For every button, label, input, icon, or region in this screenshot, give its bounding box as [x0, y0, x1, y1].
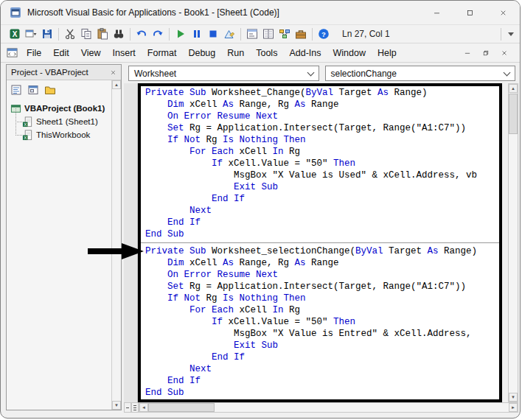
code-line-22[interactable]: Exit Sub — [145, 340, 499, 351]
save-icon[interactable] — [40, 27, 55, 41]
code-line-12[interactable]: End If — [145, 217, 499, 228]
menubar-items: FileEditViewInsertFormatDebugRunToolsAdd… — [21, 46, 403, 60]
view-microsoft-excel-icon[interactable]: X — [7, 27, 22, 41]
menu-item-run[interactable]: Run — [221, 46, 250, 60]
code-line-18[interactable]: If Not Rg Is Nothing Then — [145, 293, 499, 304]
code-line-2[interactable]: Dim xCell As Range, Rg As Range — [145, 99, 499, 111]
code-line-26[interactable]: End Sub — [145, 387, 499, 399]
annotation-arrow — [88, 242, 144, 260]
find-icon[interactable] — [111, 27, 126, 41]
menubar: FileEditViewInsertFormatDebugRunToolsAdd… — [1, 43, 520, 63]
tree-item-sheet1-sheet1-[interactable]: XSheet1 (Sheet1) — [9, 115, 111, 128]
design-mode-icon[interactable] — [222, 27, 237, 41]
procedure-view-button[interactable] — [124, 402, 131, 413]
insert-userform-icon[interactable] — [24, 27, 38, 41]
toolbar-separator — [58, 28, 59, 41]
project-explorer-icon[interactable] — [245, 27, 260, 41]
project-panel-close-button[interactable] — [107, 66, 119, 78]
code-line-16[interactable]: On Error Resume Next — [145, 269, 499, 281]
tree-item-vbaproject-book1-[interactable]: VBAProject (Book1) — [9, 102, 111, 115]
minimize-button[interactable] — [420, 1, 453, 24]
toolbox-icon[interactable] — [293, 27, 308, 41]
help-icon[interactable]: ? — [316, 27, 331, 41]
code-line-23[interactable]: End If — [145, 351, 499, 363]
scroll-up-arrow-icon[interactable] — [112, 80, 121, 89]
menu-item-file[interactable]: File — [21, 46, 47, 60]
code-line-6[interactable]: For Each xCell In Rg — [145, 146, 499, 158]
code-line-25[interactable]: End If — [145, 375, 499, 387]
code-horizontal-scrollbar[interactable] — [139, 402, 518, 413]
scroll-right-arrow-icon[interactable] — [509, 403, 518, 412]
menu-item-edit[interactable]: Edit — [47, 46, 75, 60]
menu-item-debug[interactable]: Debug — [182, 46, 221, 60]
code-line-8[interactable]: MsgBox "X Value is Used" & xCell.Address… — [145, 169, 499, 181]
scroll-down-arrow-icon[interactable] — [112, 401, 121, 410]
code-line-19[interactable]: For Each xCell In Rg — [145, 304, 499, 316]
code-line-3[interactable]: On Error Resume Next — [145, 111, 499, 122]
menu-item-insert[interactable]: Insert — [107, 46, 142, 60]
caption-buttons — [420, 1, 520, 24]
break-icon[interactable] — [189, 27, 204, 41]
reset-icon[interactable] — [206, 27, 220, 41]
properties-window-icon[interactable] — [261, 27, 276, 41]
scroll-down-arrow-icon[interactable] — [509, 393, 518, 402]
toolbar-separator — [501, 28, 501, 41]
svg-text:X: X — [24, 134, 27, 139]
scroll-left-arrow-icon[interactable] — [139, 403, 148, 412]
view-object-icon[interactable] — [26, 83, 41, 97]
horizontal-scroll-track[interactable] — [148, 403, 509, 412]
cut-icon[interactable] — [63, 27, 77, 41]
code-vertical-scrollbar[interactable] — [508, 83, 518, 402]
code-line-21[interactable]: MsgBox "X Value is Entred" & xCell.Addre… — [145, 328, 499, 340]
svg-text:X: X — [13, 30, 18, 38]
procedure-dropdown[interactable]: selectionChange — [325, 66, 516, 81]
chevron-down-icon — [307, 69, 314, 76]
code-line-15[interactable]: Dim xCell As Range, Rg As Range — [145, 257, 499, 269]
code-line-10[interactable]: End If — [145, 193, 499, 205]
code-line-13[interactable]: End Sub — [145, 228, 499, 240]
code-line-17[interactable]: Set Rg = Application.Intersect(Target, R… — [145, 281, 499, 293]
close-button[interactable] — [487, 1, 520, 24]
redo-icon[interactable] — [150, 27, 165, 41]
tree-item-label: ThisWorkbook — [36, 130, 90, 139]
full-module-view-button[interactable] — [131, 402, 139, 413]
object-browser-icon[interactable] — [277, 27, 292, 41]
project-panel-title: Project - VBAProject — [11, 68, 88, 77]
copy-icon[interactable] — [79, 27, 94, 41]
toolbar-options-chevron-icon[interactable] — [508, 32, 514, 36]
child-window-controls — [459, 46, 515, 60]
sheet-icon: X — [22, 116, 33, 127]
menu-item-view[interactable]: View — [75, 46, 107, 60]
chevron-down-icon — [504, 69, 511, 76]
tree-item-thisworkbook[interactable]: XThisWorkbook — [9, 128, 111, 141]
menu-item-add-ins[interactable]: Add-Ins — [283, 46, 327, 60]
code-line-11[interactable]: Next — [145, 205, 499, 217]
code-line-14[interactable]: Private Sub Worksheet_selectionChange(By… — [145, 245, 499, 257]
view-code-icon[interactable] — [9, 83, 24, 97]
menu-item-format[interactable]: Format — [142, 46, 183, 60]
child-restore-button[interactable] — [478, 46, 494, 60]
scroll-up-arrow-icon[interactable] — [509, 84, 518, 93]
maximize-button[interactable] — [453, 1, 487, 24]
code-line-20[interactable]: If xCell.Value = "50" Then — [145, 316, 499, 328]
paste-icon[interactable] — [95, 27, 110, 41]
menu-item-tools[interactable]: Tools — [250, 46, 283, 60]
code-line-24[interactable]: Next — [145, 363, 499, 375]
run-icon[interactable] — [173, 27, 188, 41]
code-line-9[interactable]: Exit Sub — [145, 181, 499, 193]
horizontal-scroll-thumb[interactable] — [148, 403, 215, 412]
code-line-7[interactable]: If xCell.Value = "50" Then — [145, 158, 499, 169]
child-close-button[interactable] — [496, 46, 512, 60]
undo-icon[interactable] — [134, 27, 149, 41]
child-minimize-button[interactable] — [459, 46, 476, 60]
code-highlight-box: Private Sub Worksheet_Change(ByVal Targe… — [138, 83, 502, 402]
menu-item-help[interactable]: Help — [372, 46, 403, 60]
code-line-4[interactable]: Set Rg = Application.Intersect(Target, R… — [145, 122, 499, 134]
toggle-folders-icon[interactable] — [43, 83, 58, 97]
code-line-5[interactable]: If Not Rg Is Nothing Then — [145, 134, 499, 146]
menu-item-window[interactable]: Window — [327, 46, 372, 60]
code-editor[interactable]: Private Sub Worksheet_Change(ByVal Targe… — [141, 86, 499, 399]
code-line-1[interactable]: Private Sub Worksheet_Change(ByVal Targe… — [145, 87, 499, 99]
object-dropdown[interactable]: Worksheet — [128, 66, 319, 81]
vertical-scroll-thumb[interactable] — [509, 94, 518, 134]
